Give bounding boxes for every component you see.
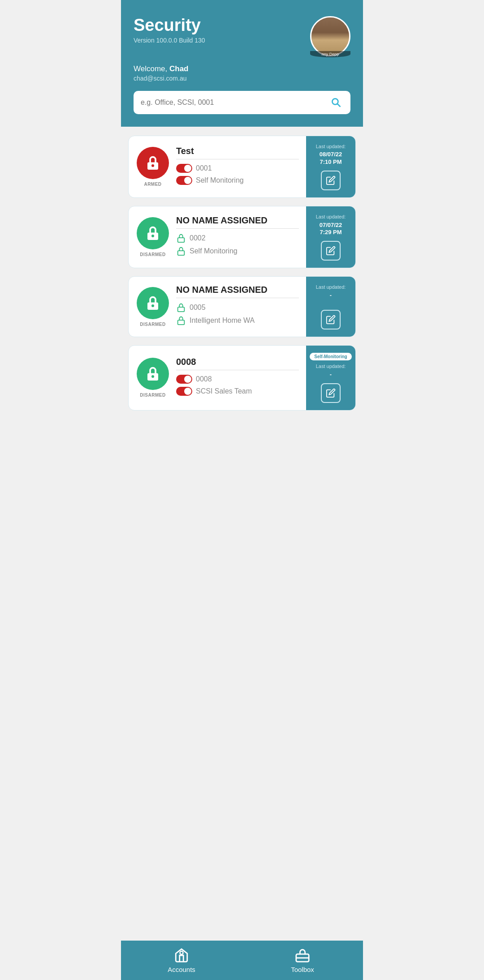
edit-button-2[interactable] <box>321 241 341 261</box>
code-lock-icon-2 <box>176 233 186 243</box>
card-icon-area-3: DISARMED <box>137 287 169 327</box>
card-title-2: NO NAME ASSIGNED <box>176 215 299 226</box>
security-card-2: DISARMED NO NAME ASSIGNED 0002 <box>128 206 356 268</box>
card-right-3: Last updated: - <box>306 277 355 337</box>
edit-icon-3 <box>326 315 336 325</box>
edit-icon-1 <box>326 175 336 185</box>
monitoring-toggle-4 <box>176 387 192 396</box>
card-info-3: NO NAME ASSIGNED 0005 Intelligent Home W… <box>176 285 299 329</box>
avatar[interactable]: nny Depp <box>310 16 350 56</box>
card-main-3: DISARMED NO NAME ASSIGNED 0005 <box>129 277 306 337</box>
card-title-3: NO NAME ASSIGNED <box>176 285 299 295</box>
lock-circle-disarmed-2 <box>137 217 169 249</box>
code-toggle-4 <box>176 375 192 384</box>
last-updated-label-1: Last updated: <box>316 143 346 150</box>
edit-button-1[interactable] <box>321 171 341 190</box>
card-main-1: ARMED Test 0001 Self Monitoring <box>129 136 306 197</box>
security-card-4: DISARMED 0008 0008 SCSI Sales Team Self-… <box>128 345 356 410</box>
edit-button-3[interactable] <box>321 310 341 330</box>
svg-rect-5 <box>178 251 185 255</box>
last-updated-date-3: - <box>316 292 346 300</box>
card-monitoring-4: SCSI Sales Team <box>196 387 252 395</box>
card-right-info-2: Last updated: 07/07/227:29 PM <box>316 214 346 236</box>
card-code-row-1: 0001 <box>176 164 299 173</box>
security-card-3: DISARMED NO NAME ASSIGNED 0005 <box>128 276 356 337</box>
cards-list: ARMED Test 0001 Self Monitoring Last upd… <box>121 127 363 463</box>
card-code-row-3: 0005 <box>176 303 299 312</box>
card-right-info-3: Last updated: - <box>316 284 346 299</box>
svg-rect-4 <box>178 238 185 242</box>
card-code-row-4: 0008 <box>176 375 299 384</box>
last-updated-date-2: 07/07/227:29 PM <box>316 222 346 237</box>
security-card-1: ARMED Test 0001 Self Monitoring Last upd… <box>128 136 356 198</box>
card-monitoring-1: Self Monitoring <box>196 176 244 184</box>
app-version: Version 100.0.0 Build 130 <box>134 37 205 44</box>
card-monitoring-row-1: Self Monitoring <box>176 176 299 185</box>
status-label-3: DISARMED <box>140 322 165 327</box>
last-updated-date-4: - <box>310 371 351 379</box>
card-title-4: 0008 <box>176 357 299 367</box>
card-monitoring-row-3: Intelligent Home WA <box>176 316 299 325</box>
last-updated-date-1: 08/07/227:10 PM <box>316 151 346 166</box>
avatar-label: nny Depp <box>310 51 350 57</box>
lock-icon-1 <box>145 155 161 171</box>
card-right-1: Last updated: 08/07/227:10 PM <box>306 136 355 197</box>
card-monitoring-3: Intelligent Home WA <box>190 317 255 325</box>
card-icon-area-4: DISARMED <box>137 358 169 398</box>
card-code-row-2: 0002 <box>176 233 299 243</box>
code-lock-icon-3 <box>176 303 186 312</box>
search-icon <box>330 96 341 108</box>
status-label-1: ARMED <box>144 182 161 187</box>
card-icon-area-2: DISARMED <box>137 217 169 257</box>
card-info-4: 0008 0008 SCSI Sales Team <box>176 357 299 399</box>
card-code-2: 0002 <box>190 234 206 242</box>
card-info-1: Test 0001 Self Monitoring <box>176 146 299 188</box>
search-bar <box>134 91 350 114</box>
card-monitoring-row-2: Self Monitoring <box>176 246 299 256</box>
code-toggle-1 <box>176 164 192 173</box>
header: Security Version 100.0.0 Build 130 nny D… <box>121 0 363 127</box>
card-monitoring-row-4: SCSI Sales Team <box>176 387 299 396</box>
status-label-4: DISARMED <box>140 393 165 398</box>
card-code-4: 0008 <box>196 375 212 383</box>
svg-point-7 <box>151 304 154 307</box>
welcome-text: Welcome, Chad <box>134 64 350 73</box>
card-code-1: 0001 <box>196 164 212 172</box>
card-main-2: DISARMED NO NAME ASSIGNED 0002 <box>129 206 306 268</box>
lock-circle-disarmed-4 <box>137 358 169 390</box>
svg-point-3 <box>151 235 154 237</box>
monitoring-toggle-1 <box>176 176 192 185</box>
edit-icon-4 <box>326 388 336 398</box>
last-updated-label-4: Last updated: <box>310 363 351 370</box>
last-updated-label-2: Last updated: <box>316 214 346 220</box>
lock-circle-disarmed-3 <box>137 287 169 319</box>
edit-button-4[interactable] <box>321 383 341 403</box>
svg-point-1 <box>151 164 154 167</box>
edit-icon-2 <box>326 246 336 256</box>
lock-circle-armed-1 <box>137 147 169 179</box>
svg-rect-8 <box>178 307 185 312</box>
lock-icon-4 <box>145 366 161 382</box>
app-title: Security <box>134 16 205 35</box>
user-email: chad@scsi.com.au <box>134 75 350 82</box>
last-updated-label-3: Last updated: <box>316 284 346 291</box>
card-right-info-4: Self-Monitoring Last updated: - <box>310 353 351 378</box>
monitoring-lock-icon-2 <box>176 246 186 256</box>
self-monitoring-badge-4: Self-Monitoring <box>310 353 351 360</box>
lock-icon-3 <box>145 295 161 311</box>
svg-point-11 <box>151 375 154 378</box>
card-info-2: NO NAME ASSIGNED 0002 Self Monitoring <box>176 215 299 259</box>
card-monitoring-2: Self Monitoring <box>190 247 238 255</box>
search-button[interactable] <box>328 94 343 111</box>
card-right-4: Self-Monitoring Last updated: - <box>306 346 355 410</box>
card-main-4: DISARMED 0008 0008 SCSI Sales Team <box>129 346 306 410</box>
search-input[interactable] <box>141 98 328 107</box>
monitoring-lock-icon-3 <box>176 316 186 325</box>
status-label-2: DISARMED <box>140 252 165 257</box>
svg-rect-9 <box>178 320 185 325</box>
card-title-1: Test <box>176 146 299 156</box>
card-code-3: 0005 <box>190 304 206 312</box>
card-right-info-1: Last updated: 08/07/227:10 PM <box>316 143 346 166</box>
lock-icon-2 <box>145 225 161 241</box>
card-icon-area-1: ARMED <box>137 147 169 187</box>
